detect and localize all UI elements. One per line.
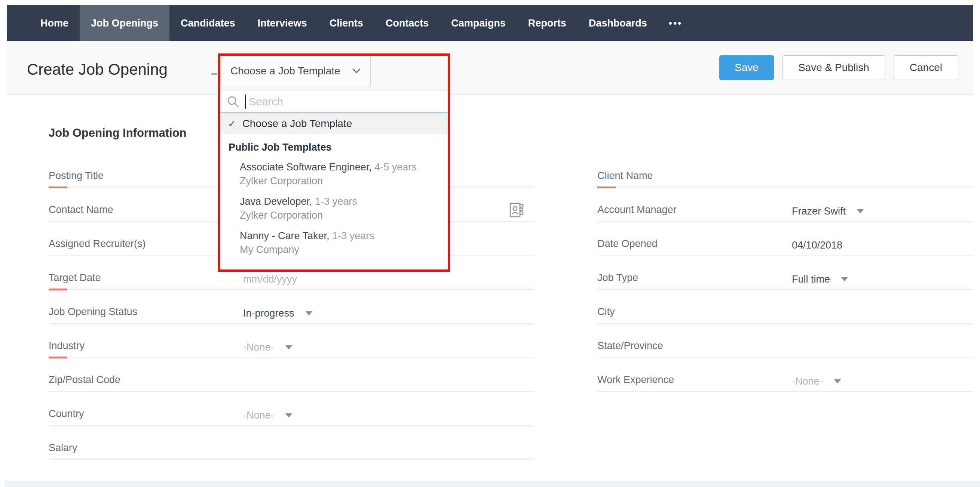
- main-nav: HomeJob OpeningsCandidatesInterviewsClie…: [7, 5, 973, 41]
- nav-tab-reports[interactable]: Reports: [517, 5, 578, 41]
- template-experience-text: 4-5 years: [374, 162, 417, 173]
- template-option-associate-software-engineer[interactable]: Associate Software Engineer, 4-5 yearsZy…: [240, 162, 448, 196]
- nav-tab-home[interactable]: Home: [29, 5, 80, 41]
- template-search-row: [220, 91, 448, 113]
- header-actions: Save Save & Publish Cancel: [719, 56, 958, 80]
- dropdown-arrow-icon[interactable]: [305, 311, 312, 316]
- template-option-nanny-care-taker[interactable]: Nanny - Care Taker, 1-3 yearsMy Company: [240, 230, 448, 265]
- field-value-text: -None-: [792, 376, 823, 387]
- required-marker: [49, 289, 67, 290]
- template-company-text: Zylker Corporation: [240, 210, 448, 221]
- field-row-date-opened: Date Opened04/10/2018: [597, 222, 973, 255]
- contact-lookup-icon[interactable]: [509, 202, 523, 218]
- nav-tab-clients[interactable]: Clients: [318, 5, 374, 41]
- field-label: Country: [49, 408, 84, 420]
- field-select-account-manager[interactable]: Frazer Swift: [792, 206, 864, 217]
- search-icon: [227, 96, 239, 108]
- template-title-text: Associate Software Engineer,: [240, 162, 374, 173]
- field-underline: [49, 459, 534, 460]
- template-option-java-developer[interactable]: Java Developer, 1-3 yearsZylker Corporat…: [240, 196, 448, 230]
- template-group-header: Public Job Templates: [229, 142, 448, 153]
- field-label: Job Opening Status: [49, 306, 137, 318]
- field-select-country[interactable]: -None-: [243, 409, 292, 421]
- field-label: Posting Title: [49, 170, 103, 182]
- field-input-date-opened[interactable]: 04/10/2018: [792, 240, 842, 251]
- template-search-input[interactable]: [248, 91, 436, 113]
- dropdown-arrow-icon[interactable]: [285, 345, 292, 349]
- field-label: Account Manager: [597, 204, 677, 216]
- create-job-opening-page: HomeJob OpeningsCandidatesInterviewsClie…: [0, 0, 980, 487]
- field-row-job-type: Job TypeFull time: [597, 255, 973, 290]
- nav-tab-interviews[interactable]: Interviews: [247, 5, 318, 41]
- dropdown-arrow-icon[interactable]: [841, 277, 848, 281]
- required-marker: [49, 187, 67, 188]
- text-caret: [245, 95, 246, 109]
- field-select-job-type[interactable]: Full time: [792, 274, 848, 285]
- template-option-title: Associate Software Engineer, 4-5 years: [240, 162, 448, 173]
- field-label: Client Name: [597, 170, 653, 182]
- field-label: Job Type: [597, 272, 638, 284]
- field-label: City: [597, 306, 615, 318]
- required-marker: [49, 357, 67, 359]
- field-select-job-opening-status[interactable]: In-progress: [243, 308, 312, 319]
- chevron-down-icon: [352, 68, 361, 74]
- template-options-list: Associate Software Engineer, 4-5 yearsZy…: [240, 162, 448, 265]
- field-label: Zip/Postal Code: [49, 374, 121, 386]
- nav-tab-dashboards[interactable]: Dashboards: [578, 5, 658, 41]
- field-label: Industry: [49, 340, 84, 352]
- dropdown-arrow-icon[interactable]: [285, 413, 292, 417]
- field-row-salary: Salary: [49, 426, 534, 460]
- dropdown-arrow-icon[interactable]: [857, 209, 864, 213]
- field-select-industry[interactable]: -None-: [243, 342, 292, 353]
- field-value-text: -None-: [243, 409, 274, 421]
- save-and-publish-button[interactable]: Save & Publish: [782, 56, 885, 80]
- template-option-title: Nanny - Care Taker, 1-3 years: [240, 230, 448, 242]
- field-row-account-manager: Account ManagerFrazer Swift: [597, 188, 973, 222]
- choose-job-template-button[interactable]: Choose a Job Template: [220, 56, 371, 86]
- template-company-text: Zylker Corporation: [240, 175, 448, 187]
- job-template-dropdown-panel: ✓ Choose a Job Template Public Job Templ…: [220, 91, 448, 270]
- field-label: Target Date: [49, 272, 101, 284]
- nav-tab-campaigns[interactable]: Campaigns: [440, 5, 517, 41]
- field-row-industry: Industry-None-: [49, 324, 534, 358]
- form-area: Job Opening Information Posting TitleCon…: [7, 95, 973, 480]
- page-title: Create Job Opening: [27, 60, 167, 78]
- nav-tab-contacts[interactable]: Contacts: [374, 5, 440, 41]
- field-label: Date Opened: [597, 238, 657, 250]
- more-tabs-icon[interactable]: •••: [658, 5, 693, 41]
- field-value-text: mm/dd/yyyy: [243, 274, 297, 285]
- field-label: State/Province: [597, 340, 663, 352]
- save-button[interactable]: Save: [719, 56, 774, 80]
- field-underline: [597, 391, 973, 392]
- dropdown-arrow-icon[interactable]: [834, 379, 841, 384]
- field-select-work-experience[interactable]: -None-: [792, 376, 841, 387]
- nav-tab-candidates[interactable]: Candidates: [169, 5, 247, 41]
- field-label: Salary: [49, 442, 78, 454]
- field-row-country: Country-None-: [49, 392, 534, 426]
- field-value-text: -None-: [243, 342, 274, 353]
- title-dash: [212, 73, 217, 75]
- page-bottom-strip: [5, 481, 980, 487]
- job-template-dropdown-highlight: Choose a Job Template ✓ Choose a Job Tem…: [218, 54, 450, 272]
- template-experience-text: 1-3 years: [315, 196, 357, 207]
- template-title-text: Java Developer,: [240, 196, 315, 207]
- template-option-selected[interactable]: ✓ Choose a Job Template: [220, 113, 448, 134]
- field-value-text: Frazer Swift: [792, 206, 846, 217]
- page-header: Create Job Opening Save Save & Publish C…: [7, 41, 973, 95]
- field-row-work-experience: Work Experience-None-: [597, 358, 973, 392]
- template-option-title: Java Developer, 1-3 years: [240, 196, 448, 208]
- nav-tab-job-openings[interactable]: Job Openings: [80, 5, 169, 41]
- template-experience-text: 1-3 years: [332, 230, 374, 241]
- field-label: Work Experience: [597, 374, 674, 386]
- check-icon: ✓: [228, 118, 236, 130]
- field-input-target-date[interactable]: mm/dd/yyyy: [243, 274, 297, 285]
- cancel-button[interactable]: Cancel: [894, 56, 958, 80]
- field-label: Contact Name: [49, 204, 113, 216]
- selected-option-label: Choose a Job Template: [242, 118, 352, 130]
- section-title: Job Opening Information: [49, 126, 187, 140]
- field-row-city: City: [597, 290, 973, 324]
- field-row-client-name: Client Name: [597, 154, 973, 188]
- required-marker: [597, 187, 616, 188]
- field-value-text: Full time: [792, 274, 830, 285]
- field-row-zip-postal-code: Zip/Postal Code: [49, 358, 534, 392]
